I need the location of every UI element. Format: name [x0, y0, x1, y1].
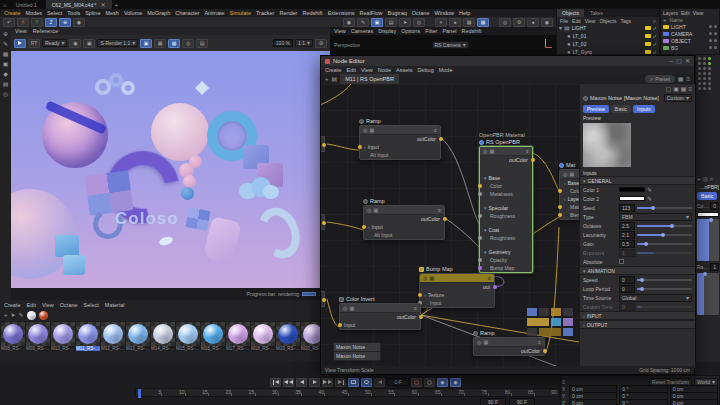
gain-field[interactable]: 0.5	[619, 240, 635, 248]
primitive-icon[interactable]: ◉	[343, 18, 355, 27]
material-item[interactable]: M13_RS-Op	[126, 322, 150, 351]
chevron-right-icon[interactable]: ›	[368, 224, 370, 230]
goto-start-button[interactable]	[270, 378, 281, 387]
camera-dropdown[interactable]: RS Camera▾	[432, 41, 469, 49]
minimized-node-cluster[interactable]	[527, 308, 575, 360]
preset-search-input[interactable]: ⌕ Preset	[645, 75, 675, 83]
ne-menu-debug[interactable]: Debug	[418, 67, 434, 73]
time-source-dropdown[interactable]: Global▾	[619, 294, 692, 302]
tab-preview[interactable]: Preview	[583, 105, 609, 113]
node-preview-icon[interactable]: ▦	[349, 305, 354, 311]
attr-row-value[interactable]: 0	[710, 202, 719, 210]
attr-add-icon[interactable]: +	[697, 176, 701, 182]
srender-dropdown[interactable]: S-Render 1:1▾	[97, 39, 138, 47]
mirror-tool-icon[interactable]: ▤	[3, 81, 9, 87]
node-preview-icon[interactable]: ▦	[373, 207, 378, 213]
visibility-dot[interactable]	[708, 82, 711, 85]
add-material-icon[interactable]: +	[4, 312, 8, 318]
om-menu-view[interactable]: View	[585, 18, 596, 24]
visibility-dot[interactable]	[714, 39, 717, 42]
range-end-field2[interactable]: 90 F	[509, 398, 535, 405]
layer-chip[interactable]	[645, 26, 651, 30]
group-input[interactable]: INPUT	[587, 313, 602, 319]
menu-redshift[interactable]: Redshift	[302, 10, 322, 16]
material-item[interactable]: M14_RS-Op	[151, 322, 175, 351]
clipped-node[interactable]	[321, 136, 325, 152]
graph-tab[interactable]: M11 | RS OpenPBR	[340, 74, 399, 84]
node-color-invert[interactable]: ◎▦≡ outColor Input	[339, 303, 421, 330]
material-item-selected[interactable]: M11_RS-Op	[76, 322, 100, 351]
enabled-check[interactable]: ✓	[653, 33, 657, 39]
texture-slot-icon[interactable]: ✎	[647, 196, 652, 202]
type-dropdown[interactable]: FBM▾	[619, 213, 692, 221]
clipped-node[interactable]	[321, 214, 325, 230]
loop-button[interactable]	[348, 378, 359, 387]
node-material[interactable]: ◎▦ ›Base Color ›Layer Material Blend	[559, 169, 579, 220]
node-ramp1[interactable]: ◎▦≡ outColor ›Input Alt Input	[359, 125, 441, 160]
menu-window[interactable]: Window	[434, 10, 454, 16]
layer-row[interactable]: OBJECT	[661, 37, 719, 44]
ne-menu-view[interactable]: View	[361, 67, 373, 73]
prev-key-button[interactable]	[283, 378, 294, 387]
scale-z-field[interactable]: 0 cm	[670, 399, 718, 405]
attr-search-icon[interactable]: ⌕	[710, 176, 713, 182]
attr-eye-icon[interactable]: ◎	[703, 176, 708, 182]
material-item[interactable]: M12_RS-Op	[101, 322, 125, 351]
chevron-right-icon[interactable]: ›	[564, 180, 566, 186]
compare-icon[interactable]: ▤	[196, 39, 208, 48]
gain-slider[interactable]	[637, 243, 692, 245]
rv-menu-view[interactable]: View	[15, 28, 27, 34]
attr-slider[interactable]	[697, 273, 719, 315]
bucket-icon[interactable]: ▦	[168, 39, 180, 48]
chevron-down-icon[interactable]: ▾	[484, 249, 487, 255]
chevron-right-icon[interactable]: ›	[583, 322, 585, 328]
node-eye-icon[interactable]: ◎	[563, 171, 567, 177]
layers-menu-view[interactable]: View	[693, 10, 704, 16]
visibility-dot[interactable]	[698, 87, 701, 90]
start-render-icon[interactable]	[14, 39, 26, 48]
menu-render[interactable]: Render	[279, 10, 297, 16]
visibility-dot[interactable]	[714, 25, 717, 28]
close-icon[interactable]: ✕	[685, 58, 690, 64]
vp-menu-panel[interactable]: Panel	[442, 28, 456, 34]
vp-menu-cameras[interactable]: Cameras	[351, 28, 373, 34]
camera-icon[interactable]: ⌖	[435, 18, 447, 27]
lacunarity-field[interactable]: 2.1	[619, 231, 635, 239]
axis-x-lock[interactable]: X	[17, 18, 29, 27]
eye-tool-icon[interactable]: ◎	[3, 91, 8, 97]
om-menu-file[interactable]: File	[560, 18, 568, 24]
attr-slider[interactable]	[697, 219, 719, 261]
pos-z-field[interactable]: 0 cm	[569, 399, 617, 405]
vp-menu-redshift[interactable]: Redshift	[461, 28, 481, 34]
chevron-down-icon[interactable]: ▾	[583, 178, 586, 184]
lacunarity-slider[interactable]	[637, 234, 692, 236]
new-tab-icon[interactable]: +	[115, 2, 119, 8]
attr-tab-basic[interactable]: Basic	[697, 192, 717, 200]
mat-menu-material[interactable]: Material	[105, 302, 125, 308]
layer-chip[interactable]	[645, 42, 651, 46]
enabled-check[interactable]: ✓	[653, 41, 657, 47]
group-general[interactable]: GENERAL	[588, 178, 612, 184]
node-preview-icon[interactable]: ▦	[369, 127, 374, 133]
default-material-sphere[interactable]	[27, 311, 36, 320]
mograph-grid-icon[interactable]: ▦	[477, 18, 489, 27]
material-item[interactable]: M17_RS-Op	[226, 322, 250, 351]
axis-z-lock[interactable]: Z	[45, 18, 57, 27]
node-menu-icon[interactable]: ≡	[488, 275, 491, 281]
node-eye-icon[interactable]: ◎	[477, 339, 481, 345]
visibility-dot[interactable]	[714, 32, 717, 35]
pen-tool-icon[interactable]: ✎	[3, 41, 8, 47]
exponent-slider[interactable]	[637, 252, 692, 254]
menu-mesh[interactable]: Mesh	[105, 10, 118, 16]
crop-icon[interactable]: ▣	[83, 39, 95, 48]
node-editor-titlebar[interactable]: Node Editor ─ ▢ ✕	[321, 56, 694, 66]
seed-field[interactable]: 123	[619, 204, 635, 212]
visibility-dot[interactable]	[708, 72, 711, 75]
attr-color-swatch[interactable]	[697, 212, 719, 217]
camera-tool-icon[interactable]: ◉	[73, 18, 85, 27]
next-key-button[interactable]	[322, 378, 333, 387]
keyframe-pos-button[interactable]: ◆	[437, 378, 448, 387]
material-item[interactable]: M16_RS-Op	[201, 322, 225, 351]
node-menu-icon[interactable]: ≡	[414, 305, 417, 311]
object-tree-row[interactable]: ● LT_02 ✓	[557, 40, 659, 48]
